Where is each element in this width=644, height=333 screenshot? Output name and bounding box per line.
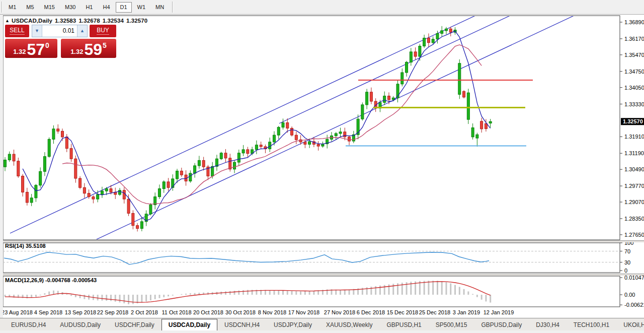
timeframe-button-h1[interactable]: H1 [81, 2, 97, 13]
candle-body [414, 52, 417, 56]
sell-price-pips: 57 [27, 43, 45, 56]
timeframe-button-w1[interactable]: W1 [133, 2, 150, 13]
candle-body [383, 96, 386, 103]
chart-tab-xauusd[interactable]: XAUUSD,Weekly [319, 319, 379, 330]
timeframe-button-m5[interactable]: M5 [22, 2, 38, 13]
timeframe-button-m30[interactable]: M30 [60, 2, 80, 13]
candle-body [189, 173, 192, 181]
candle-body [140, 222, 143, 229]
svg-text:1.32570: 1.32570 [623, 118, 643, 124]
date-axis-label: 4 Sep 2018 [34, 309, 62, 315]
rsi-axis-label: 30 [624, 259, 630, 265]
chart-tab-dj30[interactable]: DJ30,H4 [529, 319, 567, 330]
candle-body [401, 73, 404, 84]
price-axis-label: 1.35470 [624, 52, 644, 58]
candle-body [335, 134, 337, 136]
timeframe-button-mn[interactable]: MN [151, 2, 169, 13]
date-axis-label: 8 Nov 2018 [258, 309, 286, 315]
price-axis-label: 1.27650 [624, 232, 644, 238]
candle-body [30, 198, 33, 203]
chart-tab-ukoil[interactable]: UKOil,H1 [616, 319, 644, 330]
candle-body [480, 121, 483, 129]
price-axis-label: 1.36890 [624, 19, 644, 25]
candle-body [39, 171, 42, 185]
buy-price-button[interactable]: 1.32 59 5 [61, 39, 116, 58]
chart-tab-gbpusd[interactable]: GBPUSD,H1 [379, 319, 428, 330]
toolbar-grip-icon[interactable] [1, 2, 3, 13]
volume-decrease-icon[interactable]: ▼ [32, 25, 42, 37]
candle-body [70, 149, 72, 159]
candle-body [467, 93, 469, 119]
buy-price-point: 5 [103, 41, 107, 49]
candle-body [273, 135, 275, 142]
up-triangle-icon: ▲ [5, 18, 10, 23]
candle-body [92, 197, 95, 199]
date-axis-label: 27 Nov 2018 [324, 309, 355, 315]
candle-body [277, 127, 280, 136]
candle-body [136, 226, 139, 229]
chart-tab-usdjpy[interactable]: USDJPY,Daily [267, 319, 319, 330]
buy-button[interactable]: BUY [90, 25, 116, 37]
candle-body [149, 205, 152, 214]
candle-body [441, 31, 443, 33]
macd-indicator-panel[interactable]: 0.0104740.00-0.006218MACD(12,26,9) -0.00… [0, 276, 644, 307]
candle-body [198, 160, 200, 166]
rsi-indicator-panel[interactable]: 10070300RSI(14) 35.5108 [0, 242, 644, 274]
candle-body [52, 129, 55, 140]
rsi-axis-label: 0 [624, 268, 627, 274]
chart-tab-tech100[interactable]: TECH100,H1 [567, 319, 616, 330]
candle-body [269, 142, 271, 149]
sell-button[interactable]: SELL [5, 25, 29, 37]
candle-body [419, 46, 421, 56]
timeframe-button-m15[interactable]: M15 [40, 2, 59, 13]
price-axis-label: 1.29070 [624, 199, 644, 205]
volume-value[interactable]: 0.01 [42, 25, 77, 37]
price-axis-label: 1.34050 [624, 85, 644, 91]
one-click-trading-widget: SELL ▼ 0.01 ▲ BUY 1.32 57 0 1.32 59 5 [5, 25, 116, 58]
candle-body [233, 162, 236, 169]
candle-body [202, 160, 205, 167]
candle-body [220, 153, 222, 159]
candle-body [361, 105, 364, 119]
candle-body [123, 190, 125, 199]
sell-price-base: 1.32 [13, 48, 26, 55]
rsi-canvas[interactable]: 10070300RSI(14) 35.5108 [0, 242, 644, 274]
candle-body [48, 139, 50, 156]
timeframe-button-d1[interactable]: D1 [116, 2, 132, 13]
chart-tab-eurusd[interactable]: EURUSD,H4 [4, 319, 53, 330]
sell-price-button[interactable]: 1.32 57 0 [5, 39, 57, 58]
ohlc-high: 1.32678 [78, 18, 100, 24]
ohlc-close: 1.32570 [126, 18, 147, 24]
candle-body [427, 38, 430, 43]
candle-body [172, 179, 174, 187]
price-axis-label: 1.30490 [624, 166, 644, 172]
macd-axis-label: 0.00 [624, 292, 635, 298]
chart-tab-usdchf[interactable]: USDCHF,Daily [108, 319, 162, 330]
candle-body [74, 159, 77, 178]
chart-tab-usdcnh[interactable]: USDCNH,H4 [217, 319, 267, 330]
macd-axis-label: 0.010474 [624, 276, 644, 281]
chart-tab-usdcad[interactable]: USDCAD,Daily [162, 319, 217, 330]
ohlc-open: 1.32583 [55, 18, 76, 24]
timeframe-buttons: M1M5M15M30H1H4D1W1MN [4, 2, 169, 13]
macd-canvas[interactable]: 0.0104740.00-0.006218MACD(12,26,9) -0.00… [0, 276, 644, 307]
volume-stepper: ▼ 0.01 ▲ [32, 25, 88, 37]
chart-tab-sp500[interactable]: SP500,M15 [429, 319, 474, 330]
candle-body [489, 121, 492, 123]
candle-body [13, 154, 15, 161]
candle-body [370, 92, 372, 101]
candle-body [17, 161, 20, 176]
chart-tab-gbpusd[interactable]: GBPUSD,Daily [474, 319, 529, 330]
candle-body [65, 137, 68, 149]
candle-body [410, 52, 412, 62]
price-axis-label: 1.33330 [624, 101, 644, 107]
timeframe-button-h4[interactable]: H4 [98, 2, 114, 13]
candle-body [339, 132, 342, 134]
chart-tab-audusd[interactable]: AUDUSD,Daily [53, 319, 108, 330]
volume-increase-icon[interactable]: ▲ [77, 25, 87, 37]
timeframe-button-m1[interactable]: M1 [4, 2, 21, 13]
macd-label: MACD(12,26,9) -0.004768 -0.000543 [5, 277, 97, 283]
date-axis[interactable]: 23 Aug 20184 Sep 201813 Sep 201822 Sep 2… [0, 307, 644, 318]
buy-price-base: 1.32 [70, 48, 83, 55]
date-axis-label: 22 Sep 2018 [97, 309, 128, 315]
